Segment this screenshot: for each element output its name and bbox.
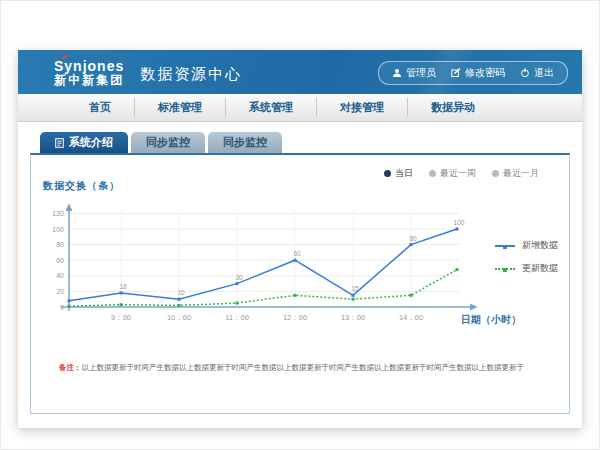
svg-text:11：00: 11：00 [225, 313, 249, 322]
tab-label: 系统介绍 [69, 132, 113, 153]
svg-text:20: 20 [56, 288, 64, 295]
svg-text:100: 100 [454, 219, 465, 226]
tab-bar: 系统介绍 同步监控 同步监控 [40, 132, 285, 153]
tab-label: 同步监控 [146, 132, 190, 153]
svg-text:120: 120 [52, 210, 64, 217]
svg-text:0: 0 [60, 304, 64, 311]
content-area: 系统介绍 同步监控 同步监控 当日 最近一周 [18, 122, 582, 429]
chart-panel: 当日 最近一周 最近一月 数据交换（条） 日期（小时） 020406080100… [30, 153, 570, 414]
radio-dot [429, 170, 436, 177]
svg-text:30: 30 [235, 274, 243, 281]
tab-sync-monitor-1[interactable]: 同步监控 [131, 132, 205, 153]
svg-text:10: 10 [177, 289, 185, 296]
svg-text:14：00: 14：00 [399, 313, 423, 322]
svg-text:80: 80 [56, 241, 64, 248]
svg-text:18: 18 [119, 283, 127, 290]
radio-dot [384, 170, 391, 177]
svg-text:60: 60 [56, 257, 64, 264]
legend-line-solid [495, 245, 515, 247]
radio-label: 当日 [395, 167, 413, 180]
nav-item-data-change[interactable]: 数据异动 [408, 98, 498, 117]
svg-text:10：00: 10：00 [167, 313, 191, 322]
svg-text:40: 40 [56, 272, 64, 279]
change-password-label: 修改密码 [465, 66, 505, 80]
nav-item-standard-mgmt[interactable]: 标准管理 [135, 98, 226, 117]
svg-text:100: 100 [52, 226, 64, 233]
footnote-text: 以上数据更新于时间产生数据以上数据更新于时间产生数据以上数据更新于时间产生数据以… [82, 363, 525, 372]
tab-sync-monitor-2[interactable]: 同步监控 [208, 132, 282, 153]
legend-label: 新增数据 [522, 239, 558, 252]
app-header: Synjones 新中新集团 数据资源中心 管理员 修改密码 [18, 50, 582, 94]
y-axis-title: 数据交换（条） [43, 179, 120, 193]
logout-label: 退出 [534, 66, 554, 80]
legend-update-data[interactable]: 更新数据 [495, 262, 558, 275]
logo-wordmark: Synjones [54, 58, 124, 74]
svg-text:15: 15 [351, 285, 359, 292]
footnote-prefix: 备注： [59, 363, 82, 372]
nav-item-interface-mgmt[interactable]: 对接管理 [317, 98, 408, 117]
brand-company-name: 新中新集团 [54, 74, 124, 87]
series-legend: 新增数据 更新数据 [495, 239, 558, 285]
radio-last-month[interactable]: 最近一月 [492, 167, 539, 180]
legend-label: 更新数据 [522, 262, 558, 275]
radio-label: 最近一周 [440, 167, 476, 180]
app-window: Synjones 新中新集团 数据资源中心 管理员 修改密码 [18, 50, 582, 428]
tab-system-intro[interactable]: 系统介绍 [40, 132, 128, 153]
time-range-selector: 当日 最近一周 最近一月 [384, 167, 539, 180]
nav-item-home[interactable]: 首页 [66, 98, 135, 117]
user-menu[interactable]: 管理员 [392, 66, 436, 80]
user-icon [392, 68, 402, 78]
user-name: 管理员 [406, 66, 436, 80]
radio-label: 最近一月 [503, 167, 539, 180]
main-nav: 首页 标准管理 系统管理 对接管理 数据异动 [18, 94, 582, 122]
radio-today[interactable]: 当日 [384, 167, 413, 180]
tab-label: 同步监控 [223, 132, 267, 153]
brand-logo: Synjones 新中新集团 [54, 57, 124, 88]
footnote: 备注：以上数据更新于时间产生数据以上数据更新于时间产生数据以上数据更新于时间产生… [59, 363, 524, 373]
document-icon [55, 138, 64, 148]
change-password-button[interactable]: 修改密码 [451, 66, 505, 80]
brand-logo-text: Synjones [54, 59, 124, 74]
edit-icon [451, 68, 461, 78]
svg-text:80: 80 [409, 235, 417, 242]
legend-line-dotted [495, 268, 515, 270]
svg-text:13：00: 13：00 [341, 313, 365, 322]
line-chart: 0204060801001209：0010：0011：0012：0013：001… [43, 203, 479, 325]
svg-text:12：00: 12：00 [283, 313, 307, 322]
page-title: 数据资源中心 [140, 65, 242, 84]
radio-dot [492, 170, 499, 177]
legend-new-data[interactable]: 新增数据 [495, 239, 558, 252]
logout-button[interactable]: 退出 [520, 66, 554, 80]
power-icon [520, 68, 530, 78]
radio-last-week[interactable]: 最近一周 [429, 167, 476, 180]
svg-text:60: 60 [293, 250, 301, 257]
nav-item-system-mgmt[interactable]: 系统管理 [226, 98, 317, 117]
user-bar: 管理员 修改密码 退出 [378, 61, 568, 85]
svg-text:9：00: 9：00 [111, 313, 131, 322]
